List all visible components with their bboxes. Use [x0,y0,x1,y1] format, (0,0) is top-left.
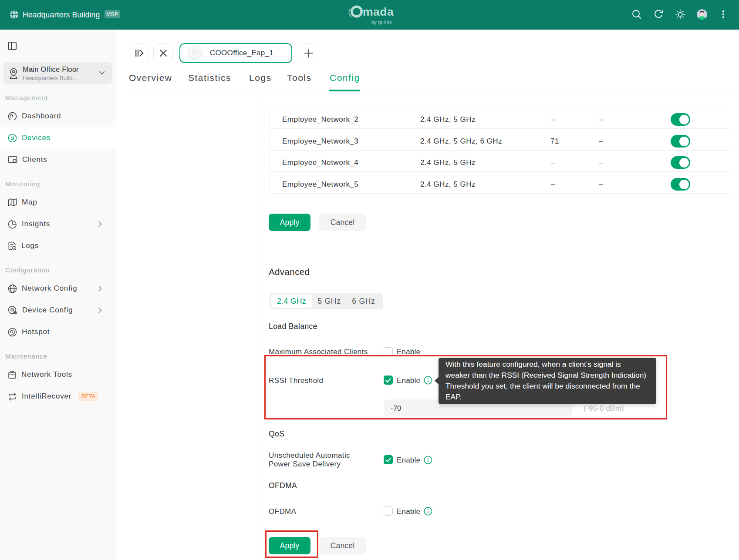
svg-text:mada: mada [363,5,394,18]
